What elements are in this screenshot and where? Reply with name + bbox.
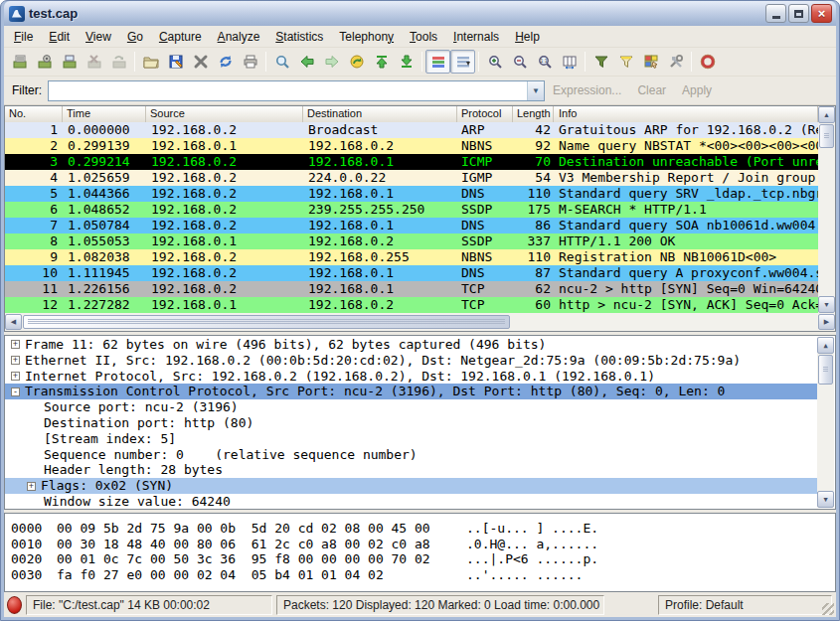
clear-button[interactable]: Clear [637, 83, 666, 97]
menu-go[interactable]: Go [119, 27, 151, 47]
column-header-time[interactable]: Time [63, 106, 146, 122]
column-header-length[interactable]: Length [513, 106, 554, 122]
scroll-left-arrow-icon[interactable]: ◀ [5, 314, 22, 330]
maximize-button[interactable] [788, 4, 809, 23]
expander-icon[interactable]: + [11, 372, 20, 381]
resize-columns-button[interactable] [557, 50, 582, 74]
detail-line-frame[interactable]: +Frame 11: 62 bytes on wire (496 bits), … [5, 337, 818, 353]
preferences-button[interactable] [663, 50, 688, 74]
resize-grip[interactable] [822, 603, 834, 615]
scrollbar-thumb[interactable] [818, 355, 833, 385]
scrollbar-track[interactable] [817, 386, 834, 491]
menu-file[interactable]: File [6, 27, 41, 47]
expander-icon[interactable]: + [27, 482, 36, 491]
scroll-up-arrow-icon[interactable]: ▲ [818, 106, 835, 123]
save-file-button[interactable] [163, 50, 188, 74]
go-back-button[interactable] [294, 50, 319, 74]
detail-line-stream-index[interactable]: [Stream index: 5] [5, 431, 818, 447]
apply-button[interactable]: Apply [682, 83, 712, 97]
menu-analyze[interactable]: Analyze [210, 27, 268, 47]
statusbar-profile[interactable]: Profile: Default [658, 595, 832, 615]
expression-button[interactable]: Expression... [553, 83, 621, 97]
detail-line-flags[interactable]: +Flags: 0x02 (SYN) [5, 478, 818, 494]
hex-row[interactable]: 001000 30 18 48 40 00 80 06 61 2c c0 a8 … [11, 537, 835, 552]
scrollbar-thumb[interactable] [819, 124, 834, 148]
packet-row-11[interactable]: 111.226156192.168.0.2192.168.0.1TCP62ncu… [5, 281, 818, 297]
open-file-button[interactable] [138, 50, 163, 74]
capture-options-button[interactable] [32, 50, 57, 74]
column-header-protocol[interactable]: Protocol [457, 106, 513, 122]
menu-statistics[interactable]: Statistics [267, 27, 331, 47]
details-vertical-scrollbar[interactable]: ▲ ▼ [817, 337, 834, 508]
packet-row-10[interactable]: 101.111945192.168.0.2192.168.0.1DNS87Sta… [5, 265, 818, 281]
print-button[interactable] [238, 50, 262, 74]
go-to-top-button[interactable] [369, 50, 394, 74]
detail-line-window-size[interactable]: Window size value: 64240 [5, 494, 818, 510]
scrollbar-thumb[interactable] [23, 315, 510, 329]
minimize-button[interactable] [765, 4, 786, 23]
close-button[interactable]: × [811, 4, 832, 23]
expander-icon[interactable]: + [11, 356, 20, 365]
column-header-source[interactable]: Source [146, 106, 303, 122]
filter-dropdown-button[interactable]: ▼ [527, 81, 544, 100]
menu-telephony[interactable]: Telephony [331, 27, 402, 47]
zoom-out-button[interactable] [507, 50, 532, 74]
find-packet-button[interactable] [269, 50, 294, 74]
scroll-down-arrow-icon[interactable]: ▼ [817, 491, 834, 508]
scrollbar-track[interactable] [818, 149, 835, 296]
menu-tools[interactable]: Tools [402, 27, 445, 47]
auto-scroll-toggle-button[interactable] [450, 50, 475, 74]
column-header-no[interactable]: No. [5, 106, 63, 122]
detail-line-header-length[interactable]: Header length: 28 bytes [5, 462, 818, 478]
colorize-toggle-button[interactable] [425, 50, 450, 74]
menu-capture[interactable]: Capture [151, 27, 210, 47]
capture-start-button[interactable] [57, 50, 82, 74]
go-to-packet-button[interactable] [344, 50, 369, 74]
capture-stop-button[interactable] [82, 50, 106, 74]
detail-line-ip[interactable]: +Internet Protocol, Src: 192.168.0.2 (19… [5, 369, 818, 385]
close-file-button[interactable] [188, 50, 213, 74]
go-to-bottom-button[interactable] [394, 50, 419, 74]
reload-button[interactable] [213, 50, 238, 74]
packet-list-horizontal-scrollbar[interactable]: ◀ ▶ [5, 313, 835, 331]
hex-row[interactable]: 0030fa f0 27 e0 00 00 02 04 05 b4 01 01 … [11, 567, 835, 583]
go-forward-button[interactable] [319, 50, 344, 74]
packet-row-1[interactable]: 10.000000192.168.0.2BroadcastARP42Gratui… [5, 122, 818, 138]
scroll-up-arrow-icon[interactable]: ▲ [817, 337, 834, 354]
detail-line-tcp-selected[interactable]: -Transmission Control Protocol, Src Port… [5, 384, 818, 399]
scroll-right-arrow-icon[interactable]: ▶ [818, 314, 835, 330]
packet-row-5[interactable]: 51.044366192.168.0.2192.168.0.1DNS110Sta… [5, 186, 818, 202]
packet-row-2[interactable]: 20.299139192.168.0.1192.168.0.2NBNS92Nam… [5, 138, 818, 154]
capture-filter-button[interactable] [588, 50, 613, 74]
packet-row-3[interactable]: 30.299214192.168.0.2192.168.0.1ICMP70Des… [5, 154, 818, 170]
packet-row-9[interactable]: 91.082038192.168.0.2192.168.0.255NBNS110… [5, 249, 818, 265]
detail-line-sequence-number[interactable]: Sequence number: 0 (relative sequence nu… [5, 447, 818, 463]
packet-row-8[interactable]: 81.055053192.168.0.1192.168.0.2SSDP337HT… [5, 233, 818, 249]
detail-line-source-port[interactable]: Source port: ncu-2 (3196) [5, 399, 818, 415]
column-header-destination[interactable]: Destination [303, 106, 457, 122]
expert-info-indicator[interactable] [7, 596, 22, 614]
detail-line-ethernet[interactable]: +Ethernet II, Src: 192.168.0.2 (00:0b:5d… [5, 353, 818, 369]
menu-internals[interactable]: Internals [445, 27, 507, 47]
filter-input[interactable] [49, 81, 527, 100]
titlebar[interactable]: test.cap × [4, 1, 836, 26]
column-header-info[interactable]: Info [554, 106, 818, 122]
packet-list-vertical-scrollbar[interactable]: ▲ ▼ [818, 106, 835, 313]
scroll-down-arrow-icon[interactable]: ▼ [818, 296, 835, 313]
hex-row[interactable]: 002000 01 0c 7c 00 50 3c 36 95 f8 00 00 … [11, 551, 835, 567]
packet-row-12[interactable]: 121.227282192.168.0.1192.168.0.2TCP60htt… [5, 297, 818, 313]
detail-line-destination-port[interactable]: Destination port: http (80) [5, 415, 818, 431]
list-interfaces-button[interactable] [7, 50, 32, 74]
coloring-rules-button[interactable] [638, 50, 663, 74]
help-button[interactable] [695, 50, 720, 74]
packet-row-7[interactable]: 71.050784192.168.0.2192.168.0.1DNS86Stan… [5, 218, 818, 233]
expander-icon[interactable]: - [11, 388, 20, 396]
packet-row-6[interactable]: 61.048652192.168.0.2239.255.255.250SSDP1… [5, 202, 818, 218]
zoom-in-button[interactable] [482, 50, 507, 74]
zoom-100-button[interactable]: 1:1 [532, 50, 557, 74]
display-filter-button[interactable] [613, 50, 638, 74]
hex-row[interactable]: 000000 09 5b 2d 75 9a 00 0b 5d 20 cd 02 … [11, 521, 835, 537]
packet-row-4[interactable]: 41.025659192.168.0.2224.0.0.22IGMP54V3 M… [5, 170, 818, 186]
expander-icon[interactable]: + [11, 340, 20, 349]
capture-restart-button[interactable] [106, 50, 131, 74]
